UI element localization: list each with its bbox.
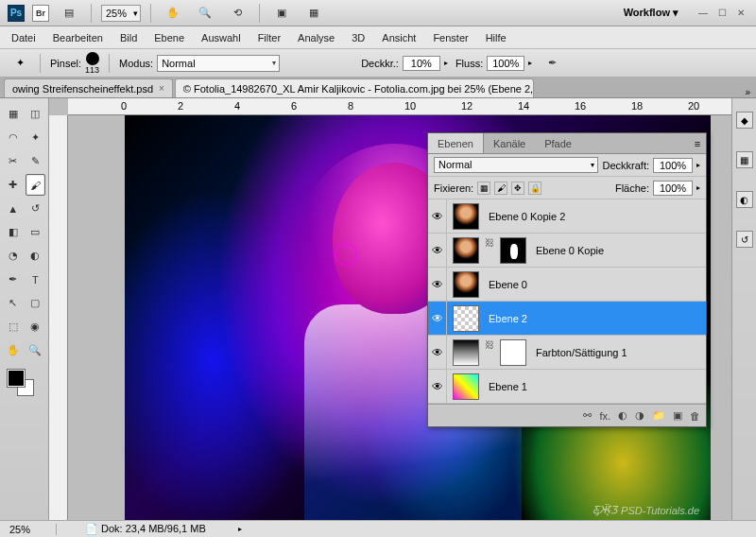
lock-pixels-icon[interactable]: 🖌 (494, 182, 507, 195)
zoom-icon[interactable]: 🔍 (193, 4, 217, 23)
menu-fenster[interactable]: Fenster (433, 32, 468, 43)
filmstrip-icon[interactable]: ▤ (57, 4, 81, 23)
layer-name[interactable]: Ebene 0 Kopie 2 (489, 211, 565, 222)
color-panel-icon[interactable]: ◆ (736, 112, 753, 129)
adjustment-thumbnail[interactable] (453, 339, 479, 366)
visibility-icon[interactable]: 👁 (428, 199, 447, 233)
adjustment-layer-icon[interactable]: ◑ (635, 409, 644, 422)
link-layers-icon[interactable]: ⚯ (583, 409, 592, 422)
doc-tab-1[interactable]: owing Streifenscheineffekt.psd × (4, 78, 173, 97)
status-zoom[interactable]: 25% (9, 524, 57, 535)
blur-tool[interactable]: ◔ (3, 245, 24, 267)
new-layer-icon[interactable]: ▣ (673, 409, 682, 422)
layer-name[interactable]: Ebene 2 (489, 313, 527, 324)
color-swatches[interactable] (2, 368, 46, 400)
status-menu-icon[interactable]: ▸ (238, 525, 242, 533)
menu-3d[interactable]: 3D (352, 32, 365, 43)
menu-bearbeiten[interactable]: Bearbeiten (53, 32, 103, 43)
menu-datei[interactable]: Datei (11, 32, 36, 43)
blend-mode-dropdown[interactable]: Normal (157, 55, 280, 72)
3d-camera-tool[interactable]: ◉ (26, 316, 46, 338)
layer-row[interactable]: 👁 Ebene 2 (428, 302, 706, 336)
swatches-panel-icon[interactable]: ▦ (736, 151, 753, 168)
layer-name[interactable]: Farbton/Sättigung 1 (536, 347, 627, 358)
menu-hilfe[interactable]: Hilfe (486, 32, 507, 43)
lasso-tool[interactable]: ◠ (3, 127, 24, 148)
3d-tool[interactable]: ⬚ (3, 316, 24, 338)
doc-tab-2[interactable]: © Fotolia_14982670_XL Amir Kaljikovic - … (175, 78, 534, 97)
layer-thumbnail[interactable] (453, 305, 479, 332)
layer-opacity-input[interactable]: 100% (653, 158, 693, 173)
dodge-tool[interactable]: ◐ (26, 245, 46, 267)
lock-all-icon[interactable]: 🔒 (528, 182, 541, 195)
hand-tool[interactable]: ✋ (3, 339, 24, 361)
type-tool[interactable]: T (26, 268, 46, 290)
heal-tool[interactable]: ✚ (3, 174, 24, 196)
layer-thumbnail[interactable] (453, 203, 479, 230)
minimize-button[interactable]: — (696, 7, 711, 20)
pan-icon[interactable]: ✋ (161, 4, 185, 23)
pen-tool[interactable]: ✒ (3, 268, 24, 290)
layer-name[interactable]: Ebene 1 (489, 381, 527, 392)
stamp-tool[interactable]: ▲ (3, 198, 24, 219)
marquee-tool[interactable]: ◫ (26, 103, 46, 125)
layer-mask-icon[interactable]: ◐ (618, 409, 627, 422)
layer-group-icon[interactable]: 📁 (652, 409, 665, 422)
menu-bild[interactable]: Bild (120, 32, 137, 43)
layer-row[interactable]: 👁 Ebene 0 (428, 268, 706, 302)
wand-tool[interactable]: ✦ (26, 127, 46, 148)
history-brush-tool[interactable]: ↺ (26, 198, 46, 219)
shape-tool[interactable]: ▢ (26, 292, 46, 314)
airbrush-icon[interactable]: ✒ (540, 54, 564, 73)
workspace-dropdown[interactable]: Workflow ▾ (624, 7, 679, 19)
panel-menu-icon[interactable]: ≡ (689, 133, 706, 153)
opacity-input[interactable]: 10% (403, 56, 440, 71)
eraser-tool[interactable]: ◧ (3, 221, 24, 243)
visibility-icon[interactable]: 👁 (428, 336, 447, 369)
tool-preset-icon[interactable]: ✦ (9, 53, 30, 74)
layer-name[interactable]: Ebene 0 (489, 279, 527, 290)
screen-mode-icon[interactable]: ▣ (269, 4, 294, 23)
rotate-view-icon[interactable]: ⟲ (225, 4, 249, 23)
gradient-tool[interactable]: ▭ (26, 221, 46, 243)
brush-tool[interactable]: 🖌 (26, 174, 46, 196)
visibility-icon[interactable]: 👁 (428, 302, 447, 335)
layer-row[interactable]: 👁 Ebene 1 (428, 370, 706, 404)
tab-close-icon[interactable]: × (159, 83, 164, 94)
visibility-icon[interactable]: 👁 (428, 234, 447, 267)
layer-thumbnail[interactable] (453, 271, 479, 298)
flow-input[interactable]: 100% (487, 56, 524, 71)
menu-auswahl[interactable]: Auswahl (201, 32, 241, 43)
mask-thumbnail[interactable] (500, 339, 526, 366)
crop-tool[interactable]: ✂ (3, 150, 24, 172)
tab-kanaele[interactable]: Kanäle (484, 133, 535, 153)
close-button[interactable]: ✕ (733, 7, 748, 20)
tab-pfade[interactable]: Pfade (535, 133, 581, 153)
move-tool[interactable]: ▦ (3, 103, 24, 125)
menu-ansicht[interactable]: Ansicht (382, 32, 416, 43)
zoom-tool[interactable]: 🔍 (26, 339, 46, 361)
history-panel-icon[interactable]: ↺ (736, 231, 753, 248)
menu-analyse[interactable]: Analyse (298, 32, 335, 43)
lock-position-icon[interactable]: ✥ (511, 182, 524, 195)
mask-thumbnail[interactable] (500, 237, 526, 264)
adjustments-panel-icon[interactable]: ◐ (736, 191, 753, 208)
tab-overflow-icon[interactable]: » (739, 87, 756, 97)
layer-fill-input[interactable]: 100% (653, 181, 693, 196)
layer-name[interactable]: Ebene 0 Kopie (536, 245, 604, 256)
bridge-icon[interactable]: Br (32, 5, 49, 22)
arrange-icon[interactable]: ▦ (301, 4, 326, 23)
layer-fx-icon[interactable]: fx. (599, 410, 610, 422)
lock-transparency-icon[interactable]: ▦ (477, 182, 490, 195)
tab-ebenen[interactable]: Ebenen (428, 133, 484, 153)
path-tool[interactable]: ↖ (3, 292, 24, 314)
delete-layer-icon[interactable]: 🗑 (690, 410, 700, 422)
layer-thumbnail[interactable] (453, 373, 479, 400)
menu-ebene[interactable]: Ebene (154, 32, 184, 43)
visibility-icon[interactable]: 👁 (428, 268, 447, 301)
brush-preview-icon[interactable] (86, 52, 99, 65)
zoom-dropdown[interactable]: 25% (101, 5, 141, 22)
menu-filter[interactable]: Filter (258, 32, 281, 43)
visibility-icon[interactable]: 👁 (428, 370, 447, 403)
layer-blend-dropdown[interactable]: Normal (434, 157, 598, 173)
